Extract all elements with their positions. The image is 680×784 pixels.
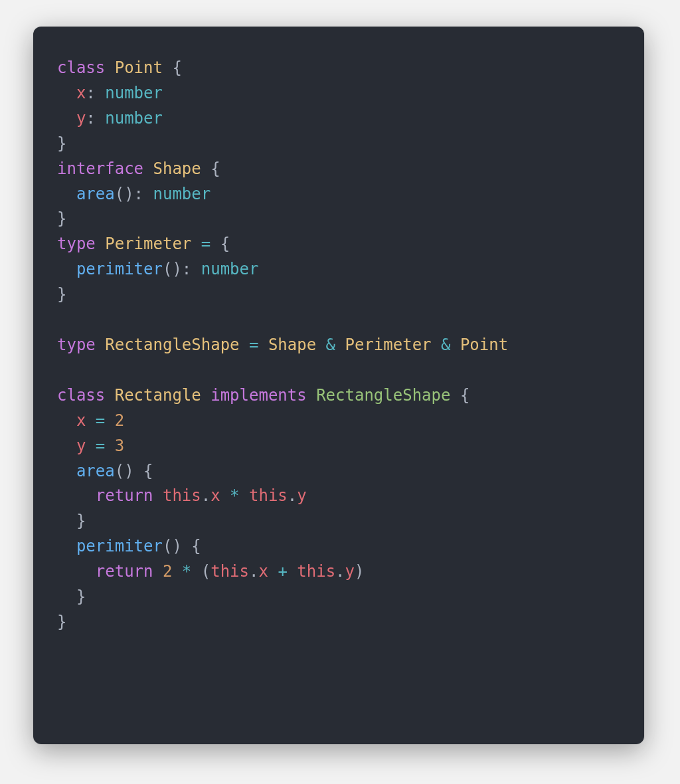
- token-punct: [153, 562, 163, 581]
- token-punct: }: [57, 285, 66, 304]
- token-op: =: [96, 437, 105, 455]
- token-prop: x: [258, 562, 268, 581]
- token-punct: {: [163, 58, 182, 77]
- token-classname: Perimeter: [105, 235, 191, 253]
- token-punct: [57, 486, 96, 505]
- token-punct: () {: [115, 462, 153, 480]
- token-prop: x: [57, 84, 86, 102]
- token-punct: .: [249, 562, 258, 581]
- token-classname: Point: [460, 336, 508, 354]
- token-method: area: [76, 462, 115, 480]
- token-number: 3: [115, 437, 124, 455]
- token-punct: :: [86, 109, 105, 128]
- token-method: perimiter: [76, 260, 163, 278]
- token-punct: .: [335, 562, 345, 581]
- token-punct: [57, 185, 76, 203]
- token-classname: RectangleShape: [105, 336, 239, 354]
- token-classname: Rectangle: [115, 386, 201, 405]
- token-keyword: implements: [211, 386, 307, 405]
- token-punct: [240, 486, 249, 505]
- token-classname: Shape: [268, 336, 316, 354]
- token-op: &: [326, 336, 335, 354]
- token-punct: [258, 336, 268, 354]
- token-keyword: return: [96, 486, 153, 505]
- token-punct: ():: [163, 260, 201, 278]
- token-punct: {: [450, 386, 469, 405]
- token-keyword: type: [57, 235, 105, 253]
- token-punct: ():: [115, 185, 153, 203]
- token-keyword: return: [96, 562, 153, 581]
- token-punct: [172, 562, 181, 581]
- token-prop: y: [57, 437, 96, 455]
- token-punct: [191, 235, 201, 253]
- token-punct: }: [57, 209, 66, 228]
- token-number: 2: [115, 411, 124, 430]
- token-this: this: [249, 486, 288, 505]
- token-op: *: [230, 486, 239, 505]
- token-punct: [307, 386, 316, 405]
- token-method: area: [76, 185, 115, 203]
- token-punct: [105, 437, 114, 455]
- token-punct: [316, 336, 325, 354]
- token-classname: Perimeter: [345, 336, 432, 354]
- token-punct: [450, 336, 460, 354]
- token-punct: {: [211, 235, 230, 253]
- token-punct: [201, 386, 211, 405]
- token-classname: Point: [115, 58, 163, 77]
- token-punct: [57, 462, 76, 480]
- token-punct: [268, 562, 278, 581]
- token-op: =: [201, 235, 211, 253]
- token-type: number: [105, 84, 163, 102]
- token-punct: }: [57, 134, 66, 153]
- token-keyword: type: [57, 336, 105, 354]
- token-classname: Shape: [153, 159, 201, 178]
- token-this: this: [297, 562, 335, 581]
- token-punct: :: [86, 84, 105, 102]
- token-prop: x: [57, 411, 96, 430]
- token-prop: y: [57, 109, 86, 128]
- token-method: perimiter: [76, 537, 163, 555]
- token-prop: y: [297, 486, 306, 505]
- token-punct: [240, 336, 249, 354]
- token-prop: x: [211, 486, 220, 505]
- code-content: class Point { x: number y: number } inte…: [57, 58, 508, 631]
- token-op: &: [441, 336, 450, 354]
- token-punct: .: [201, 486, 211, 505]
- token-op: =: [249, 336, 258, 354]
- token-punct: ): [355, 562, 364, 581]
- token-punct: [57, 562, 96, 581]
- token-punct: {: [201, 159, 220, 178]
- token-type: number: [105, 109, 163, 128]
- token-punct: [335, 336, 345, 354]
- token-typename: RectangleShape: [316, 386, 450, 405]
- code-block: class Point { x: number y: number } inte…: [33, 27, 644, 664]
- token-type: number: [153, 185, 211, 203]
- token-this: this: [211, 562, 249, 581]
- token-punct: [220, 486, 230, 505]
- token-op: *: [182, 562, 191, 581]
- token-punct: }: [57, 613, 66, 631]
- token-punct: [153, 486, 163, 505]
- token-op: =: [96, 411, 105, 430]
- token-punct: [105, 411, 114, 430]
- token-punct: [57, 260, 76, 278]
- token-op: +: [278, 562, 287, 581]
- token-punct: }: [57, 512, 86, 530]
- token-punct: [288, 562, 297, 581]
- token-punct: [57, 537, 76, 555]
- token-punct: (: [191, 562, 211, 581]
- token-punct: () {: [163, 537, 201, 555]
- token-keyword: interface: [57, 159, 153, 178]
- token-keyword: class: [57, 386, 115, 405]
- token-prop: y: [345, 562, 355, 581]
- token-punct: .: [288, 486, 297, 505]
- token-number: 2: [163, 562, 172, 581]
- token-punct: [432, 336, 441, 354]
- token-keyword: class: [57, 58, 115, 77]
- token-this: this: [163, 486, 201, 505]
- token-type: number: [201, 260, 259, 278]
- code-card: class Point { x: number y: number } inte…: [33, 27, 644, 744]
- token-punct: }: [57, 587, 86, 606]
